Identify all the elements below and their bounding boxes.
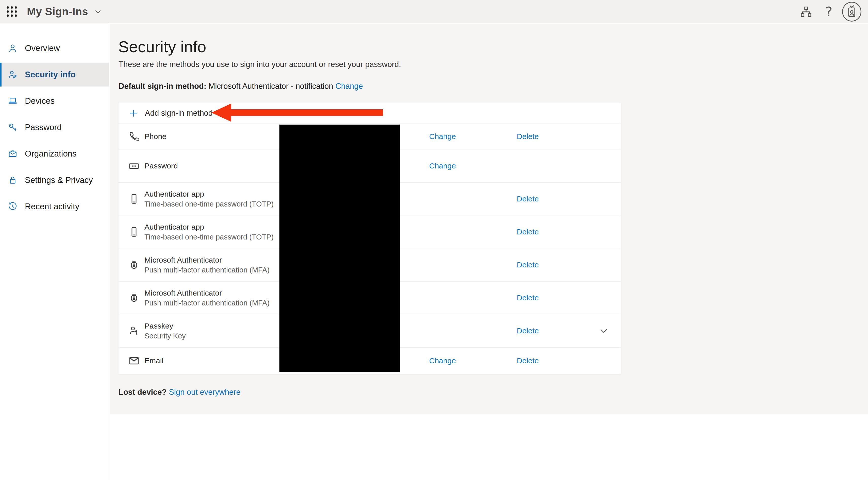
- method-subtitle: Push multi-factor authentication (MFA): [145, 265, 270, 275]
- method-subtitle: Time-based one-time password (TOTP): [145, 199, 274, 209]
- method-text: Microsoft AuthenticatorPush multi-factor…: [145, 288, 270, 308]
- account-button[interactable]: [842, 2, 861, 21]
- sidebar-item-password[interactable]: Password: [0, 116, 109, 139]
- sidebar-item-security-info[interactable]: Security info: [0, 63, 109, 87]
- method-title: Authenticator app: [145, 222, 274, 232]
- change-link[interactable]: Change: [429, 162, 456, 170]
- default-method-change-link[interactable]: Change: [335, 82, 363, 91]
- method-title: Phone: [145, 131, 166, 141]
- method-title: Microsoft Authenticator: [145, 255, 270, 265]
- method-title: Microsoft Authenticator: [145, 288, 270, 298]
- app-launcher-icon: [7, 6, 17, 17]
- sidebar-item-label: Password: [25, 123, 62, 132]
- sidebar-item-settings-privacy[interactable]: Settings & Privacy: [0, 168, 109, 192]
- method-text: Authenticator appTime-based one-time pas…: [145, 189, 274, 209]
- lost-device-line: Lost device? Sign out everywhere: [119, 388, 241, 397]
- page-title: Security info: [118, 37, 206, 56]
- sidebar-item-recent-activity[interactable]: Recent activity: [0, 195, 109, 218]
- page-description: These are the methods you use to sign in…: [119, 60, 401, 69]
- sidebar-item-label: Organizations: [25, 149, 76, 159]
- delete-link[interactable]: Delete: [517, 261, 539, 269]
- method-subtitle: Push multi-factor authentication (MFA): [145, 298, 270, 308]
- phone-icon: [128, 131, 140, 142]
- sidebar-item-label: Overview: [25, 43, 60, 53]
- method-text: Authenticator appTime-based one-time pas…: [145, 222, 274, 242]
- change-link[interactable]: Change: [429, 132, 456, 141]
- password-dots-icon: [128, 160, 140, 172]
- app-title: My Sign-Ins: [27, 6, 88, 18]
- change-link[interactable]: Change: [429, 356, 456, 365]
- person-edit-icon: [8, 69, 18, 79]
- app-launcher-button[interactable]: [0, 0, 23, 23]
- help-icon: ?: [825, 4, 833, 19]
- default-signin-method-line: Default sign-in method: Microsoft Authen…: [119, 82, 363, 91]
- delete-link[interactable]: Delete: [517, 293, 539, 302]
- passkey-icon: [128, 325, 140, 337]
- default-method-label: Default sign-in method:: [119, 82, 206, 91]
- delete-link[interactable]: Delete: [517, 132, 539, 141]
- redaction-box: [279, 125, 400, 372]
- sidebar-item-label: Recent activity: [25, 202, 80, 211]
- sidebar-item-overview[interactable]: Overview: [0, 36, 109, 60]
- method-text: Microsoft AuthenticatorPush multi-factor…: [145, 255, 270, 275]
- authenticator-lock-icon: [128, 292, 140, 304]
- avatar-badge-icon: [845, 5, 858, 19]
- method-text: PasskeySecurity Key: [145, 321, 186, 341]
- add-signin-method-label: Add sign-in method: [145, 108, 213, 118]
- delete-link[interactable]: Delete: [517, 195, 539, 203]
- expand-row-button[interactable]: [598, 325, 609, 337]
- sidebar-item-organizations[interactable]: Organizations: [0, 142, 109, 166]
- help-button[interactable]: ?: [819, 2, 839, 21]
- org-chart-icon: [800, 5, 813, 18]
- delete-link[interactable]: Delete: [517, 356, 539, 365]
- briefcase-icon: [8, 149, 18, 159]
- sidebar-item-label: Security info: [25, 70, 75, 79]
- method-title: Password: [145, 161, 178, 171]
- method-title: Email: [145, 356, 163, 366]
- avatar: [842, 2, 861, 22]
- delete-link[interactable]: Delete: [517, 228, 539, 236]
- chevron-down-icon: [598, 325, 609, 337]
- laptop-icon: [8, 96, 18, 106]
- sidebar-item-label: Devices: [25, 96, 55, 106]
- lost-device-label: Lost device?: [119, 388, 167, 396]
- method-title: Passkey: [145, 321, 186, 331]
- method-text: Email: [145, 356, 163, 366]
- key-icon: [8, 122, 18, 132]
- method-subtitle: Security Key: [145, 331, 186, 341]
- sidebar-item-label: Settings & Privacy: [25, 175, 93, 185]
- default-method-value: Microsoft Authenticator - notification: [206, 82, 335, 91]
- lock-icon: [8, 175, 18, 185]
- email-icon: [128, 355, 140, 366]
- method-title: Authenticator app: [145, 189, 274, 199]
- annotation-arrow: [211, 103, 384, 122]
- plus-icon: [129, 108, 138, 118]
- sidebar: OverviewSecurity infoDevicesPasswordOrga…: [0, 24, 110, 480]
- my-signins-page: My Sign-Ins ?: [0, 0, 868, 480]
- person-icon: [8, 43, 18, 53]
- authenticator-lock-icon: [128, 259, 140, 271]
- history-icon: [8, 201, 18, 212]
- method-text: Phone: [145, 131, 166, 141]
- topbar-actions: ?: [797, 2, 868, 21]
- method-text: Password: [145, 161, 178, 171]
- smartphone-icon: [128, 226, 140, 238]
- smartphone-icon: [128, 193, 140, 205]
- sign-out-everywhere-link[interactable]: Sign out everywhere: [169, 388, 241, 396]
- app-title-chevron-button[interactable]: [94, 7, 102, 16]
- method-subtitle: Time-based one-time password (TOTP): [145, 232, 274, 242]
- sidebar-item-devices[interactable]: Devices: [0, 89, 109, 113]
- chevron-down-icon: [94, 7, 102, 16]
- delete-link[interactable]: Delete: [517, 326, 539, 335]
- top-bar: My Sign-Ins ?: [0, 0, 868, 23]
- org-switcher-button[interactable]: [797, 2, 816, 21]
